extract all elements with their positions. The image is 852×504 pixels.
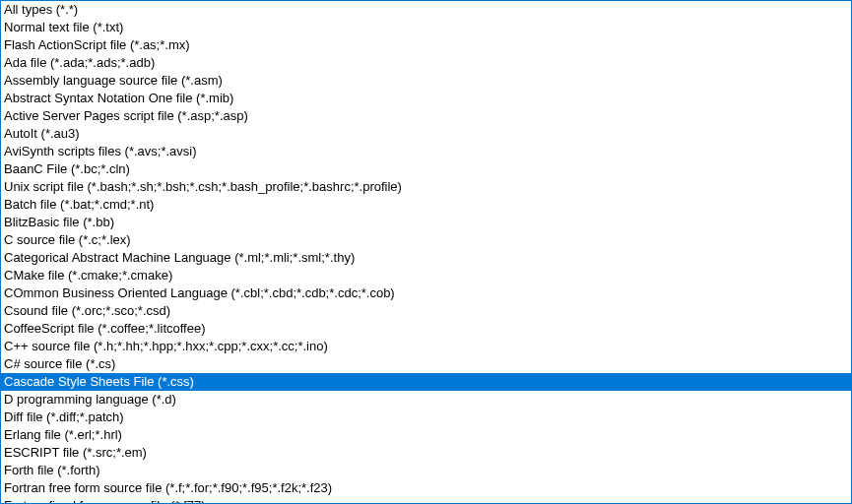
list-item[interactable]: COmmon Business Oriented Language (*.cbl…	[1, 284, 851, 302]
list-item[interactable]: Flash ActionScript file (*.as;*.mx)	[1, 36, 851, 54]
list-item[interactable]: Active Server Pages script file (*.asp;*…	[1, 107, 851, 125]
file-type-listbox[interactable]: All types (*.*)Normal text file (*.txt)F…	[0, 0, 852, 504]
list-item[interactable]: D programming language (*.d)	[1, 391, 851, 409]
list-item[interactable]: Ada file (*.ada;*.ads;*.adb)	[1, 54, 851, 72]
list-item[interactable]: All types (*.*)	[1, 1, 851, 19]
list-item[interactable]: C source file (*.c;*.lex)	[1, 231, 851, 249]
list-item[interactable]: BaanC File (*.bc;*.cln)	[1, 160, 851, 178]
list-item[interactable]: Batch file (*.bat;*.cmd;*.nt)	[1, 196, 851, 214]
list-item[interactable]: AviSynth scripts files (*.avs;*.avsi)	[1, 143, 851, 160]
list-item[interactable]: Categorical Abstract Machine Language (*…	[1, 249, 851, 267]
list-item[interactable]: Fortran free form source file (*.f;*.for…	[1, 479, 851, 497]
list-item[interactable]: CMake file (*.cmake;*.cmake)	[1, 267, 851, 284]
list-item[interactable]: Normal text file (*.txt)	[1, 19, 851, 36]
list-item[interactable]: CoffeeScript file (*.coffee;*.litcoffee)	[1, 320, 851, 338]
list-item[interactable]: Diff file (*.diff;*.patch)	[1, 409, 851, 426]
list-item[interactable]: BlitzBasic file (*.bb)	[1, 214, 851, 231]
list-item[interactable]: C++ source file (*.h;*.hh;*.hpp;*.hxx;*.…	[1, 338, 851, 355]
list-item[interactable]: Erlang file (*.erl;*.hrl)	[1, 426, 851, 444]
list-item[interactable]: Cascade Style Sheets File (*.css)	[1, 373, 851, 391]
list-item[interactable]: Abstract Syntax Notation One file (*.mib…	[1, 90, 851, 107]
list-item[interactable]: Fortran fixed form source file (*.f77)	[1, 497, 851, 504]
list-item[interactable]: Assembly language source file (*.asm)	[1, 72, 851, 90]
list-item[interactable]: Forth file (*.forth)	[1, 462, 851, 479]
list-item[interactable]: AutoIt (*.au3)	[1, 125, 851, 143]
list-item[interactable]: Unix script file (*.bash;*.sh;*.bsh;*.cs…	[1, 178, 851, 196]
list-item[interactable]: Csound file (*.orc;*.sco;*.csd)	[1, 302, 851, 320]
list-item[interactable]: ESCRIPT file (*.src;*.em)	[1, 444, 851, 462]
list-item[interactable]: C# source file (*.cs)	[1, 355, 851, 373]
